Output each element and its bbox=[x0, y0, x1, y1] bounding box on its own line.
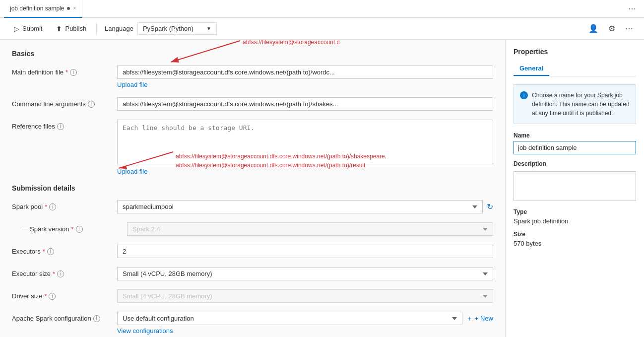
spark-pool-select-row: sparkmediumpool ↻ bbox=[117, 200, 493, 213]
size-value: 570 bytes bbox=[514, 240, 636, 247]
submission-section-title: Submission details bbox=[12, 184, 493, 192]
apache-config-label: Apache Spark configuration i bbox=[12, 312, 111, 322]
executor-size-select[interactable]: Small (4 vCPU, 28GB memory) bbox=[117, 267, 493, 280]
svg-text:abfss://filesystem@storageacco: abfss://filesystem@storageaccount.dfs.co… bbox=[243, 40, 339, 46]
executors-control bbox=[117, 245, 493, 258]
cmd-args-label: Command line arguments i bbox=[12, 97, 111, 108]
toolbar: ▷ Submit ⬆ Publish Language PySpark (Pyt… bbox=[0, 18, 644, 40]
name-input[interactable] bbox=[514, 141, 636, 154]
description-textarea[interactable] bbox=[514, 171, 636, 201]
more-tabs-icon[interactable]: ⋯ bbox=[624, 4, 640, 13]
ref-files-control: Upload file bbox=[117, 120, 493, 175]
tab-close-button[interactable]: × bbox=[73, 5, 76, 11]
apache-config-form-row: Apache Spark configuration i Use default… bbox=[12, 312, 493, 335]
spark-version-label: Spark version * i bbox=[22, 222, 121, 233]
main-def-label: Main definition file * i bbox=[12, 66, 111, 76]
ref-files-info-icon[interactable]: i bbox=[57, 123, 64, 130]
cmd-args-info-icon[interactable]: i bbox=[88, 101, 95, 108]
driver-size-select: Small (4 vCPU, 28GB memory) bbox=[117, 289, 493, 303]
publish-button[interactable]: ⬆ Publish bbox=[50, 22, 92, 36]
more-options-button[interactable]: ⋯ bbox=[622, 21, 636, 36]
main-def-input[interactable] bbox=[117, 66, 493, 79]
publish-icon: ⬆ bbox=[56, 25, 62, 33]
spark-version-form-row: Spark version * i Spark 2.4 bbox=[12, 222, 493, 236]
spark-pool-info-icon[interactable]: i bbox=[49, 203, 56, 210]
language-value: PySpark (Python) bbox=[143, 25, 193, 32]
tab-general[interactable]: General bbox=[514, 62, 549, 76]
executors-form-row: Executors * i bbox=[12, 245, 493, 258]
main-def-info-icon[interactable]: i bbox=[70, 69, 77, 76]
upload-file-link-2[interactable]: Upload file bbox=[117, 168, 147, 175]
apache-config-info-icon[interactable]: i bbox=[93, 315, 100, 322]
toolbar-right: 👤 ⚙ ⋯ bbox=[585, 21, 636, 36]
properties-tabs: General bbox=[514, 62, 636, 76]
executors-label: Executors * i bbox=[12, 245, 111, 255]
spark-pool-control: sparkmediumpool ↻ bbox=[117, 200, 493, 213]
tab-dot-icon bbox=[67, 7, 70, 10]
executor-size-label: Executor size * i bbox=[12, 267, 111, 277]
language-selector: Language PySpark (Python) ▼ bbox=[105, 22, 217, 35]
driver-size-info-icon[interactable]: i bbox=[49, 293, 56, 300]
description-field-label: Description bbox=[514, 160, 636, 167]
main-def-form-row: Main definition file * i Upload file bbox=[12, 66, 493, 88]
tab-job-definition[interactable]: job definition sample × bbox=[4, 0, 82, 18]
required-marker: * bbox=[65, 68, 68, 76]
spark-version-select: Spark 2.4 bbox=[127, 222, 493, 236]
main-layout: Basics abfss://filesystem@storageaccount… bbox=[0, 40, 644, 337]
ref-files-form-row: Reference files i Upload file bbox=[12, 120, 493, 175]
executor-size-form-row: Executor size * i Small (4 vCPU, 28GB me… bbox=[12, 267, 493, 280]
properties-panel: Properties General i Choose a name for y… bbox=[505, 40, 644, 337]
publish-label: Publish bbox=[65, 25, 86, 32]
plus-icon: ＋ bbox=[466, 314, 473, 323]
apache-config-select[interactable]: Use default configuration bbox=[117, 312, 462, 325]
size-field-label: Size bbox=[514, 231, 636, 238]
spark-pool-required: * bbox=[45, 203, 47, 210]
info-icon-blue: i bbox=[520, 91, 528, 99]
refresh-button[interactable]: ↻ bbox=[487, 202, 493, 211]
executor-size-control: Small (4 vCPU, 28GB memory) bbox=[117, 267, 493, 280]
cmd-args-control bbox=[117, 97, 493, 111]
submit-button[interactable]: ▷ Submit bbox=[8, 22, 48, 36]
executors-info-icon[interactable]: i bbox=[47, 248, 54, 255]
submit-icon: ▷ bbox=[14, 25, 19, 33]
ref-files-label: Reference files i bbox=[12, 120, 111, 130]
ref-files-row-container: abfss://filesystem@storageaccount.dfs.co… bbox=[12, 120, 493, 175]
name-section: Name bbox=[514, 132, 636, 154]
content-area: Basics abfss://filesystem@storageaccount… bbox=[0, 40, 505, 337]
type-value: Spark job definition bbox=[514, 217, 636, 225]
upload-file-link[interactable]: Upload file bbox=[117, 81, 147, 88]
ref-files-textarea[interactable] bbox=[117, 120, 493, 164]
cmd-args-input[interactable] bbox=[117, 97, 493, 111]
new-config-button[interactable]: ＋ + New bbox=[466, 314, 493, 323]
spark-pool-select[interactable]: sparkmediumpool bbox=[117, 200, 483, 213]
spark-pool-label: Spark pool * i bbox=[12, 200, 111, 210]
executor-size-info-icon[interactable]: i bbox=[57, 270, 64, 277]
main-def-row: abfss://filesystem@storageaccount.dfs.co… bbox=[12, 66, 493, 88]
executors-input[interactable] bbox=[117, 245, 493, 258]
main-def-control: Upload file bbox=[117, 66, 493, 88]
driver-size-control: Small (4 vCPU, 28GB memory) bbox=[117, 289, 493, 303]
toolbar-divider bbox=[96, 23, 97, 35]
properties-title: Properties bbox=[514, 48, 636, 56]
submit-label: Submit bbox=[22, 25, 42, 32]
name-field-label: Name bbox=[514, 132, 636, 139]
driver-size-label: Driver size * i bbox=[12, 289, 111, 300]
description-section: Description bbox=[514, 160, 636, 202]
chevron-down-icon: ▼ bbox=[206, 26, 211, 31]
basics-section-title: Basics bbox=[12, 50, 493, 58]
type-field-label: Type bbox=[514, 208, 636, 215]
person-icon-button[interactable]: 👤 bbox=[585, 21, 601, 36]
language-dropdown[interactable]: PySpark (Python) ▼ bbox=[137, 22, 217, 35]
tab-label: job definition sample bbox=[10, 5, 64, 12]
type-section: Type Spark job definition bbox=[514, 208, 636, 225]
spark-version-control: Spark 2.4 bbox=[127, 222, 493, 236]
view-configs-link[interactable]: View configurations bbox=[117, 327, 173, 335]
info-box: i Choose a name for your Spark job defin… bbox=[514, 84, 636, 124]
apache-config-select-row: Use default configuration ＋ + New bbox=[117, 312, 493, 325]
settings-icon-button[interactable]: ⚙ bbox=[605, 21, 618, 36]
language-label: Language bbox=[105, 25, 133, 32]
apache-config-control: Use default configuration ＋ + New View c… bbox=[117, 312, 493, 335]
info-text: Choose a name for your Spark job definit… bbox=[532, 91, 630, 118]
spark-version-info-icon[interactable]: i bbox=[76, 226, 83, 233]
driver-size-form-row: Driver size * i Small (4 vCPU, 28GB memo… bbox=[12, 289, 493, 303]
